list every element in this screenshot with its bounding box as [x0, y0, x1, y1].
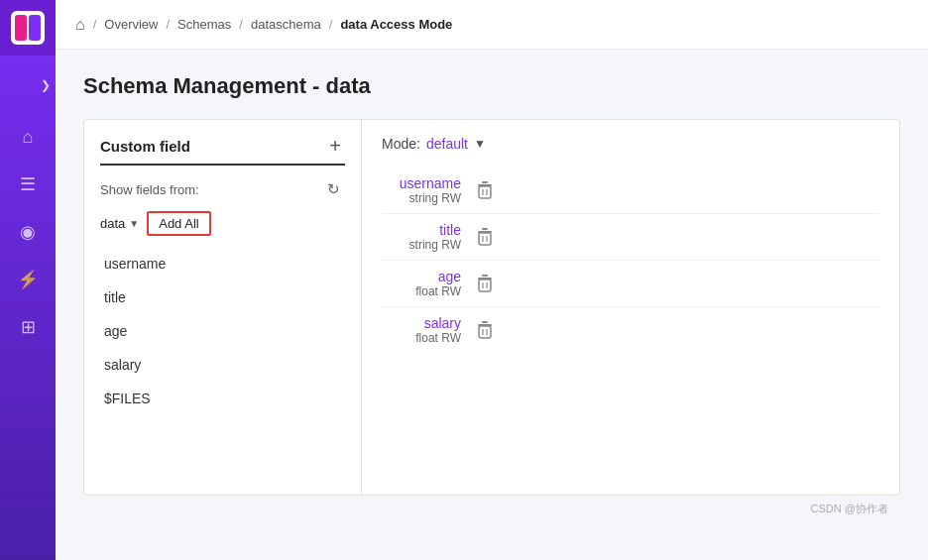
data-source-row: data ▼ Add All [100, 211, 345, 236]
dropdown-arrow-icon: ▼ [129, 218, 139, 229]
delete-field-button[interactable] [473, 271, 497, 296]
watermark: CSDN @协作者 [83, 496, 900, 522]
app-logo [11, 11, 45, 45]
main-area: ⌂ / Overview / Schemas / dataschema / da… [56, 0, 928, 560]
mode-value: default [426, 136, 468, 152]
svg-rect-15 [482, 321, 488, 323]
field-list: usernametitleagesalary$FILES [100, 248, 345, 414]
svg-rect-2 [479, 186, 491, 198]
breadcrumb-schemas[interactable]: Schemas [177, 17, 231, 32]
content-area: Schema Management - data Custom field + … [56, 50, 928, 560]
field-entry: titlestring RW [382, 214, 879, 261]
data-source-dropdown[interactable]: data ▼ [100, 216, 139, 231]
mode-dropdown-arrow-icon[interactable]: ▼ [474, 137, 486, 151]
field-list-item[interactable]: age [100, 315, 345, 347]
field-entry-info: agefloat RW [382, 269, 461, 298]
field-list-item[interactable]: username [100, 248, 345, 280]
delete-field-button[interactable] [473, 177, 497, 203]
sidebar-item-target[interactable]: ◉ [6, 210, 50, 254]
breadcrumb-current: data Access Mode [340, 17, 452, 32]
field-entry-type: string RW [409, 238, 461, 252]
breadcrumb-sep-2: / [166, 17, 170, 32]
field-entry: usernamestring RW [382, 168, 879, 214]
field-entry-type: float RW [415, 331, 461, 345]
breadcrumb-sep-3: / [239, 17, 243, 32]
breadcrumb-dataschema[interactable]: dataschema [251, 17, 321, 32]
field-entry-info: titlestring RW [382, 222, 461, 252]
topbar: ⌂ / Overview / Schemas / dataschema / da… [56, 0, 928, 50]
svg-rect-12 [479, 280, 491, 291]
field-list-item[interactable]: $FILES [100, 383, 345, 414]
mode-row: Mode: default ▼ [382, 136, 879, 152]
sidebar-item-list[interactable]: ☰ [6, 163, 50, 206]
field-entry-name: age [438, 269, 461, 284]
field-list-item[interactable]: title [100, 281, 345, 313]
sidebar: ❯ ⌂ ☰ ◉ ⚡ ⊞ [0, 0, 56, 560]
sidebar-item-home[interactable]: ⌂ [6, 115, 50, 159]
svg-rect-0 [482, 181, 488, 183]
field-entry-type: string RW [409, 191, 461, 205]
field-entry-name: username [400, 175, 461, 191]
breadcrumb-sep-4: / [329, 17, 333, 32]
field-entries: usernamestring RW titlestring RW agefloa… [382, 168, 879, 353]
add-all-button[interactable]: Add All [147, 211, 210, 236]
svg-rect-17 [479, 326, 491, 338]
left-panel: Custom field + Show fields from: ↻ data … [84, 120, 362, 495]
svg-rect-7 [479, 233, 491, 245]
sidebar-item-grid[interactable]: ⊞ [6, 305, 50, 349]
field-entry-info: usernamestring RW [382, 175, 461, 205]
field-list-item[interactable]: salary [100, 349, 345, 381]
field-entry-name: title [439, 222, 461, 238]
delete-field-button[interactable] [473, 317, 497, 343]
field-entry-info: salaryfloat RW [382, 315, 461, 345]
sidebar-nav: ⌂ ☰ ◉ ⚡ ⊞ [0, 107, 56, 357]
field-entry: agefloat RW [382, 261, 879, 307]
show-fields-label: Show fields from: [100, 182, 199, 197]
data-source-value: data [100, 216, 125, 231]
breadcrumb-overview[interactable]: Overview [104, 17, 158, 32]
main-panel: Custom field + Show fields from: ↻ data … [83, 119, 900, 496]
field-entry-name: salary [424, 315, 461, 331]
right-panel: Mode: default ▼ usernamestring RW titles… [362, 120, 899, 495]
breadcrumb-sep-1: / [93, 17, 97, 32]
custom-field-header: Custom field + [100, 136, 345, 166]
svg-rect-10 [482, 275, 488, 277]
sidebar-logo [0, 0, 56, 56]
field-entry-type: float RW [415, 284, 461, 298]
page-title: Schema Management - data [83, 73, 900, 99]
show-fields-row: Show fields from: ↻ [100, 177, 345, 201]
delete-field-button[interactable] [473, 224, 497, 250]
svg-rect-5 [482, 228, 488, 230]
add-custom-field-button[interactable]: + [325, 136, 345, 156]
mode-label: Mode: [382, 136, 420, 152]
sidebar-item-bolt[interactable]: ⚡ [6, 258, 50, 301]
breadcrumb-home-icon[interactable]: ⌂ [75, 16, 85, 34]
refresh-button[interactable]: ↻ [321, 177, 345, 201]
sidebar-collapse-button[interactable]: ❯ [36, 63, 56, 107]
field-entry: salaryfloat RW [382, 307, 879, 353]
custom-field-title: Custom field [100, 138, 190, 155]
